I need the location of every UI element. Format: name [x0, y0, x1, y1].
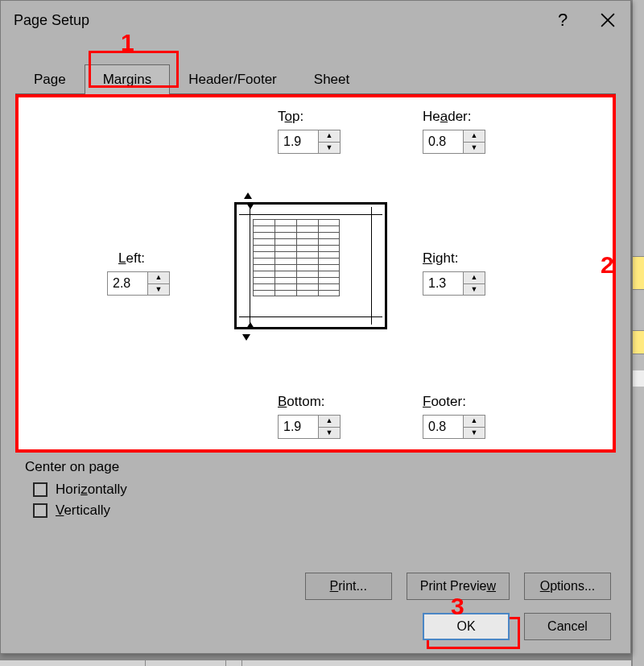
annotation-number-3: 3 [451, 593, 464, 620]
left-input[interactable] [107, 271, 147, 296]
right-spinner[interactable]: ▲▼ [423, 271, 485, 296]
left-spin-buttons[interactable]: ▲▼ [147, 271, 170, 296]
left-label: Left: [118, 250, 145, 267]
bg-cell [633, 370, 644, 387]
annotation-number-2: 2 [601, 251, 614, 279]
center-on-page-group: Center on page Horizontally Vertically [25, 459, 606, 519]
top-spin-buttons[interactable]: ▲▼ [318, 130, 341, 154]
spin-down-icon[interactable]: ▼ [464, 284, 485, 296]
right-input[interactable] [423, 271, 463, 296]
margins-panel: Top: ▲▼ Header: ▲▼ Left: ▲▼ [15, 94, 616, 453]
vertically-checkbox-row[interactable]: Vertically [33, 503, 606, 519]
top-spinner[interactable]: ▲▼ [278, 130, 341, 154]
right-spin-buttons[interactable]: ▲▼ [463, 271, 485, 296]
margin-pointer-top-icon [244, 192, 252, 199]
horizontally-checkbox-row[interactable]: Horizontally [33, 482, 606, 498]
ok-button[interactable]: OK [423, 613, 510, 640]
spin-up-icon[interactable]: ▲ [464, 416, 485, 428]
footer-spinner[interactable]: ▲▼ [423, 415, 485, 439]
horizontally-label: Horizontally [56, 482, 127, 498]
margin-arrow-up-icon [246, 322, 254, 329]
tab-header-footer[interactable]: Header/Footer [170, 64, 295, 94]
top-label: Top: [278, 109, 303, 125]
bottom-label: Bottom: [278, 394, 325, 410]
top-input[interactable] [278, 130, 318, 154]
footer-label: Footer: [423, 394, 466, 410]
annotation-number-1: 1 [121, 29, 134, 56]
left-spinner[interactable]: ▲▼ [107, 271, 170, 296]
spin-up-icon[interactable]: ▲ [319, 130, 340, 143]
options-button[interactable]: Options... [524, 573, 611, 600]
page-setup-dialog: Page Setup ? Page Margins Header/Footer … [0, 0, 631, 654]
background-edge [631, 0, 644, 666]
horizontally-checkbox[interactable] [33, 482, 47, 497]
bottom-spinner[interactable]: ▲▼ [278, 415, 341, 439]
help-button[interactable]: ? [540, 1, 585, 39]
spin-up-icon[interactable]: ▲ [148, 272, 169, 284]
background-ruler [0, 660, 631, 666]
spin-up-icon[interactable]: ▲ [464, 130, 485, 143]
spin-down-icon[interactable]: ▼ [464, 428, 485, 439]
margin-pointer-bottom-icon [242, 334, 250, 341]
tab-strip: Page Margins Header/Footer Sheet [15, 62, 616, 94]
vertically-checkbox[interactable] [33, 503, 47, 518]
close-icon [601, 13, 615, 27]
vertically-label: Vertically [56, 503, 110, 519]
footer-input[interactable] [423, 415, 463, 439]
dialog-title: Page Setup [14, 12, 89, 29]
header-spinner[interactable]: ▲▼ [423, 130, 485, 154]
titlebar: Page Setup ? [1, 1, 630, 39]
bg-cell [633, 256, 644, 290]
header-label: Header: [423, 109, 472, 125]
page-preview [234, 202, 387, 329]
center-group-title: Center on page [25, 459, 606, 475]
bottom-spin-buttons[interactable]: ▲▼ [318, 415, 341, 439]
spin-up-icon[interactable]: ▲ [464, 272, 485, 284]
header-spin-buttons[interactable]: ▲▼ [463, 130, 485, 154]
close-button[interactable] [585, 1, 630, 39]
bottom-input[interactable] [278, 415, 318, 439]
preview-grid-icon [253, 219, 340, 296]
spin-up-icon[interactable]: ▲ [319, 416, 340, 428]
tab-page[interactable]: Page [15, 64, 85, 94]
right-label: Right: [423, 250, 458, 267]
footer-spin-buttons[interactable]: ▲▼ [463, 415, 485, 439]
cancel-button[interactable]: Cancel [524, 613, 611, 640]
tab-sheet[interactable]: Sheet [295, 64, 368, 94]
spin-down-icon[interactable]: ▼ [464, 143, 485, 154]
spin-down-icon[interactable]: ▼ [148, 284, 169, 296]
tab-margins[interactable]: Margins [85, 64, 170, 94]
margin-arrow-down-icon [246, 203, 254, 209]
print-button[interactable]: Print... [305, 573, 392, 600]
bg-cell [633, 330, 644, 354]
spin-down-icon[interactable]: ▼ [319, 143, 340, 154]
spin-down-icon[interactable]: ▼ [319, 428, 340, 439]
header-input[interactable] [423, 130, 463, 154]
